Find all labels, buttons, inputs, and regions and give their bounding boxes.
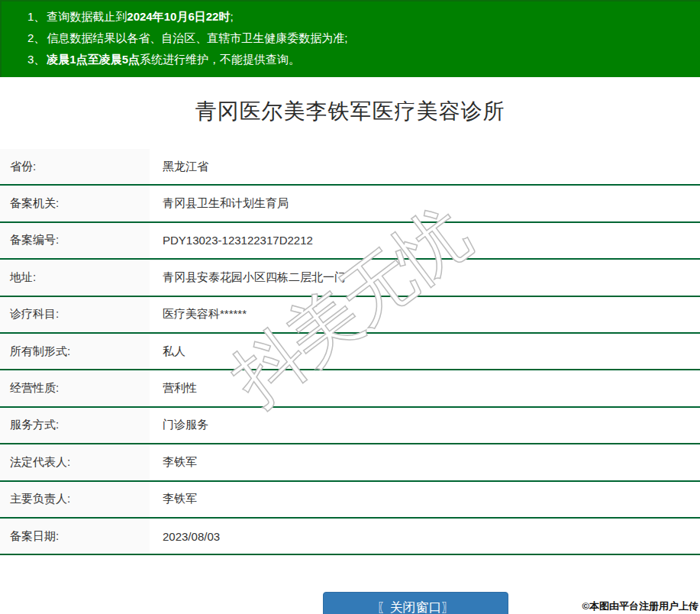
notice-text-bold: 2024年10月6日22时 xyxy=(127,10,230,23)
notice-item-3: 3、凌晨1点至凌晨5点系统进行维护，不能提供查询。 xyxy=(2,49,700,70)
field-value: 黑龙江省 xyxy=(150,149,700,184)
notice-text: ; xyxy=(230,10,233,23)
notice-number: 1、 xyxy=(27,10,45,23)
notice-text-bold: 凌晨1点至凌晨5点 xyxy=(47,53,140,66)
info-row-filing-authority: 备案机关: 青冈县卫生和计划生育局 xyxy=(0,186,700,222)
notice-text: 信息数据结果以各省、自治区、直辖市卫生健康委数据为准; xyxy=(47,31,347,44)
info-row-address: 地址: 青冈县安泰花园小区四栋二层北一门 xyxy=(0,260,700,296)
notice-text: 查询数据截止到 xyxy=(47,10,127,23)
field-label: 服务方式: xyxy=(0,408,150,443)
field-label: 所有制形式: xyxy=(0,334,150,369)
info-row-filing-date: 备案日期: 2023/08/03 xyxy=(0,519,700,555)
notice-number: 3、 xyxy=(27,53,45,66)
field-value: 青冈县卫生和计划生育局 xyxy=(150,186,700,221)
field-label: 备案机关: xyxy=(0,186,150,221)
clinic-title: 青冈医尔美李铁军医疗美容诊所 xyxy=(0,77,700,149)
info-row-main-responsible-person: 主要负责人: 李铁军 xyxy=(0,482,700,519)
info-row-legal-representative: 法定代表人: 李铁军 xyxy=(0,444,700,481)
field-label: 地址: xyxy=(0,260,150,295)
notice-banner: 1、查询数据截止到2024年10月6日22时; 2、信息数据结果以各省、自治区、… xyxy=(0,0,700,77)
field-value: PDY13023-123122317D2212 xyxy=(150,223,700,258)
field-value: 青冈县安泰花园小区四栋二层北一门 xyxy=(150,260,700,295)
close-window-button[interactable]: 〖关闭窗口〗 xyxy=(323,592,508,614)
clinic-info-table: 省份: 黑龙江省 备案机关: 青冈县卫生和计划生育局 备案编号: PDY1302… xyxy=(0,149,700,555)
field-label: 诊疗科目: xyxy=(0,297,150,332)
notice-item-2: 2、信息数据结果以各省、自治区、直辖市卫生健康委数据为准; xyxy=(2,27,700,49)
field-value: 营利性 xyxy=(150,370,700,406)
info-row-province: 省份: 黑龙江省 xyxy=(0,149,700,186)
notice-item-1: 1、查询数据截止到2024年10月6日22时; xyxy=(2,6,700,27)
field-label: 法定代表人: xyxy=(0,444,150,480)
info-row-filing-number: 备案编号: PDY13023-123122317D2212 xyxy=(0,223,700,260)
field-value: 李铁军 xyxy=(150,482,700,517)
copyright-watermark: ©本图由平台注册用户上传 xyxy=(582,599,698,613)
notice-text: 系统进行维护，不能提供查询。 xyxy=(140,53,300,66)
notice-number: 2、 xyxy=(27,31,45,44)
field-value: 李铁军 xyxy=(150,444,700,480)
info-row-ownership-form: 所有制形式: 私人 xyxy=(0,334,700,370)
field-label: 备案编号: xyxy=(0,223,150,258)
info-row-treatment-subjects: 诊疗科目: 医疗美容科****** xyxy=(0,297,700,334)
info-row-service-mode: 服务方式: 门诊服务 xyxy=(0,408,700,444)
field-label: 备案日期: xyxy=(0,519,150,554)
field-value: 医疗美容科****** xyxy=(150,297,700,332)
field-label: 主要负责人: xyxy=(0,482,150,517)
field-value: 2023/08/03 xyxy=(150,519,700,554)
field-label: 经营性质: xyxy=(0,370,150,406)
field-value: 私人 xyxy=(150,334,700,369)
field-value: 门诊服务 xyxy=(150,408,700,443)
info-row-business-nature: 经营性质: 营利性 xyxy=(0,370,700,407)
field-label: 省份: xyxy=(0,149,150,184)
